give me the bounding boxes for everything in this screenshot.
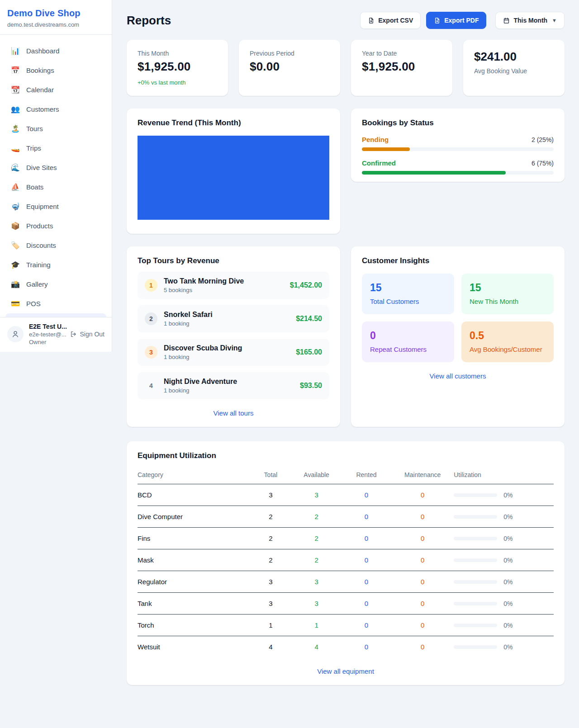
cell-rented: 0: [342, 593, 391, 615]
equipment-utilization-title: Equipment Utilization: [138, 451, 554, 460]
utilization-bar-track: [454, 493, 497, 497]
sidebar-item-trips[interactable]: 🚤 Trips: [5, 138, 106, 158]
view-all-equipment-link[interactable]: View all equipment: [138, 667, 554, 675]
col-header-available: Available: [291, 466, 341, 484]
sidebar-item-tours[interactable]: 🏝️ Tours: [5, 119, 106, 138]
view-all-customers-link[interactable]: View all customers: [362, 372, 554, 380]
tours-icon: 🏝️: [11, 124, 20, 133]
tour-row-3[interactable]: 3 Discover Scuba Diving 1 booking $165.0…: [138, 339, 329, 366]
cell-available: 2: [291, 528, 341, 549]
sidebar-item-boats[interactable]: ⛵ Boats: [5, 177, 106, 197]
sidebar-item-reports-partial[interactable]: [5, 313, 106, 317]
tile-label: Repeat Customers: [370, 345, 446, 353]
cell-total: 1: [250, 615, 291, 636]
page-title: Reports: [127, 14, 171, 28]
sign-out-button[interactable]: Sign Out: [70, 331, 104, 338]
tile-label: New This Month: [470, 298, 546, 305]
sidebar-nav: 📊 Dashboard 📅 Bookings 📆 Calendar 👥 Cust…: [0, 35, 112, 317]
dive-sites-icon: 🌊: [11, 163, 20, 172]
revenue-trend-title: Revenue Trend (This Month): [138, 118, 329, 128]
table-row: Dive Computer22000%: [138, 506, 554, 528]
sidebar-item-products[interactable]: 📦 Products: [5, 216, 106, 236]
cell-rented: 0: [342, 615, 391, 636]
cell-total: 3: [250, 593, 291, 615]
tour-row-4[interactable]: 4 Night Dive Adventure 1 booking $93.50: [138, 372, 329, 399]
sidebar-item-bookings[interactable]: 📅 Bookings: [5, 61, 106, 80]
status-label-confirmed: Confirmed: [362, 159, 396, 167]
col-header-maintenance: Maintenance: [391, 466, 454, 484]
utilization-percent: 0%: [503, 557, 513, 564]
header-actions: Export CSV Export PDF This Month ▼: [360, 12, 565, 29]
table-row: Wetsuit44000%: [138, 636, 554, 658]
table-row: Tank33000%: [138, 593, 554, 615]
equipment-icon: 🤿: [11, 202, 20, 211]
utilization-bar-track: [454, 537, 497, 540]
export-csv-button[interactable]: Export CSV: [360, 12, 421, 29]
tour-row-2[interactable]: 2 Snorkel Safari 1 booking $214.50: [138, 305, 329, 332]
sidebar-item-customers[interactable]: 👥 Customers: [5, 99, 106, 119]
table-row: Torch11000%: [138, 615, 554, 636]
cell-maintenance: 0: [391, 593, 454, 615]
stat-card-previous-period: Previous Period $0.00: [239, 40, 340, 96]
cell-maintenance: 0: [391, 484, 454, 506]
cell-total: 2: [250, 506, 291, 528]
tour-amount: $1,452.00: [290, 281, 322, 289]
status-row-confirmed: Confirmed 6 (75%): [362, 159, 554, 175]
cell-category: Torch: [138, 615, 250, 636]
sidebar: Demo Dive Shop demo.test.divestreams.com…: [0, 0, 112, 352]
insight-grid: 15 Total Customers 15 New This Month 0 R…: [362, 274, 554, 362]
col-header-category: Category: [138, 466, 250, 484]
gallery-icon: 📸: [11, 280, 20, 288]
status-bar-fill-pending: [362, 147, 410, 151]
sidebar-item-dive-sites[interactable]: 🌊 Dive Sites: [5, 158, 106, 177]
export-pdf-button[interactable]: Export PDF: [426, 12, 486, 29]
period-dropdown[interactable]: This Month ▼: [495, 12, 565, 29]
equipment-utilization-card: Equipment Utilization Category Total Ava…: [127, 441, 565, 685]
utilization-percent: 0%: [503, 492, 513, 499]
charts-row: Revenue Trend (This Month) Bookings by S…: [127, 109, 565, 234]
top-tours-card: Top Tours by Revenue 1 Two Tank Morning …: [127, 246, 340, 427]
sidebar-item-gallery[interactable]: 📸 Gallery: [5, 274, 106, 294]
cell-available: 4: [291, 636, 341, 658]
cell-total: 3: [250, 571, 291, 593]
main-content: Reports Export CSV Export PDF This Month: [112, 0, 579, 703]
table-row: Mask22000%: [138, 549, 554, 571]
tour-row-1[interactable]: 1 Two Tank Morning Dive 5 bookings $1,45…: [138, 272, 329, 299]
tour-bookings: 5 bookings: [164, 287, 284, 293]
sidebar-item-equipment[interactable]: 🤿 Equipment: [5, 197, 106, 216]
cell-category: Wetsuit: [138, 636, 250, 658]
sidebar-item-discounts[interactable]: 🏷️ Discounts: [5, 236, 106, 255]
status-label-pending: Pending: [362, 136, 389, 143]
pos-icon: 💳: [11, 299, 20, 308]
sidebar-user-footer: E2E Test U... e2e-tester@... Owner Sign …: [0, 317, 112, 352]
cell-maintenance: 0: [391, 528, 454, 549]
cell-rented: 0: [342, 636, 391, 658]
user-role: Owner: [29, 339, 65, 345]
sidebar-item-training[interactable]: 🎓 Training: [5, 255, 106, 274]
sidebar-item-label: Discounts: [26, 241, 56, 249]
tour-name: Discover Scuba Diving: [164, 344, 290, 352]
sidebar-item-calendar[interactable]: 📆 Calendar: [5, 80, 106, 99]
calendar-outline-icon: [503, 17, 510, 24]
cell-category: Mask: [138, 549, 250, 571]
cell-available: 1: [291, 615, 341, 636]
status-count-pending: 2 (25%): [532, 136, 554, 143]
sidebar-item-dashboard[interactable]: 📊 Dashboard: [5, 41, 106, 61]
tour-amount: $214.50: [296, 315, 322, 323]
sidebar-item-label: Calendar: [26, 86, 54, 94]
cell-maintenance: 0: [391, 571, 454, 593]
tile-repeat-customers: 0 Repeat Customers: [362, 321, 454, 362]
col-header-utilization: Utilization: [454, 466, 554, 484]
customer-insights-card: Customer Insights 15 Total Customers 15 …: [351, 246, 565, 427]
tour-name: Night Dive Adventure: [164, 378, 294, 386]
person-icon: [11, 330, 19, 338]
file-csv-icon: [368, 17, 375, 24]
sidebar-item-pos[interactable]: 💳 POS: [5, 294, 106, 313]
logout-icon: [70, 331, 77, 338]
view-all-tours-link[interactable]: View all tours: [138, 409, 329, 417]
stat-value: $1,925.00: [362, 60, 441, 74]
cell-available: 3: [291, 593, 341, 615]
cell-available: 2: [291, 506, 341, 528]
sidebar-item-label: Trips: [26, 144, 41, 152]
cell-category: Dive Computer: [138, 506, 250, 528]
